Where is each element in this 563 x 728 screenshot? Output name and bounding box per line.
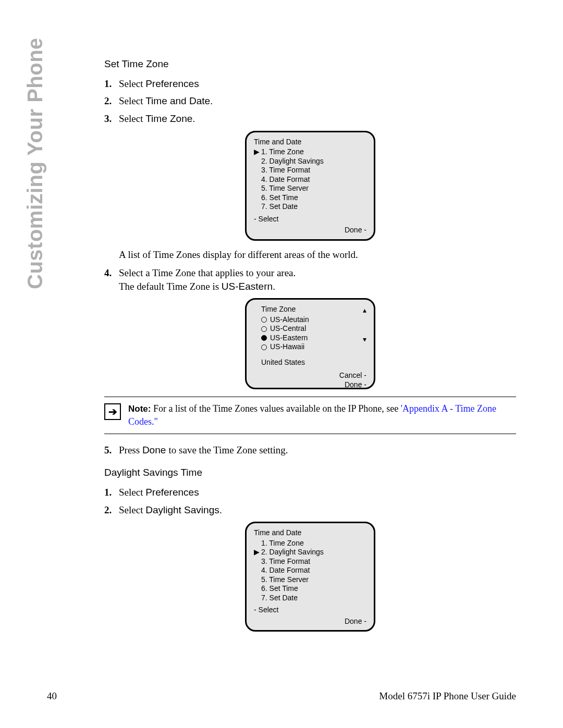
screen3-item-4: 4. Date Format	[254, 566, 366, 575]
dst-step-1-value: Preferences	[145, 487, 199, 498]
step-1-value: Preferences	[145, 78, 199, 89]
screen3-item-7-text: 7. Set Date	[261, 594, 298, 603]
guide-title: Model 6757i IP Phone User Guide	[379, 690, 516, 702]
steps-set-time-zone-cont: Select a Time Zone that applies to your …	[104, 266, 516, 293]
screen1-item-4-text: 4. Date Format	[261, 175, 310, 184]
screen3-item-1-text: 1. Time Zone	[261, 539, 304, 548]
step-5-suffix: to save the Time Zone setting.	[169, 445, 288, 455]
screen2-opt-3: US-Eastern	[261, 334, 366, 343]
screen2-done: Done -	[254, 380, 366, 390]
note-text: Note: For a list of the Time Zones value…	[128, 402, 516, 428]
screen3-item-2: ▶2. Daylight Savings	[254, 548, 366, 557]
page-content: Set Time Zone Select Preferences Select …	[104, 57, 516, 632]
step-3-value: Time Zone.	[145, 113, 195, 124]
screen3-item-5: 5. Time Server	[254, 575, 366, 585]
screen3-item-3-text: 3. Time Format	[261, 557, 310, 566]
step-5: Press Done to save the Time Zone setting…	[104, 443, 516, 457]
step-1: Select Preferences	[104, 77, 516, 91]
screen2-title: Time Zone	[261, 305, 366, 314]
step-4-line1: Select a Time Zone that applies to your …	[119, 267, 296, 278]
screen1-done: Done -	[254, 226, 366, 235]
screen3-item-6: 6. Set Time	[254, 584, 366, 594]
step-5-value: Done	[142, 445, 169, 455]
steps-daylight-savings: Select Preferences Select Daylight Savin…	[104, 486, 516, 516]
radio-filled-icon	[261, 335, 267, 341]
screen1-item-3: 3. Time Format	[254, 166, 366, 175]
step-2-value: Time and Date.	[145, 95, 213, 106]
heading-set-time-zone: Set Time Zone	[104, 57, 516, 71]
screen3-item-7: 7. Set Date	[254, 594, 366, 603]
dst-step-1: Select Preferences	[104, 486, 516, 499]
pointer-icon: ▶	[254, 548, 261, 557]
page-footer: 40 Model 6757i IP Phone User Guide	[47, 690, 516, 702]
step-1-prefix: Select	[119, 78, 145, 89]
heading-daylight-savings: Daylight Savings Time	[104, 466, 516, 479]
screen3-done: Done -	[254, 617, 366, 626]
screen3-select: - Select	[254, 606, 366, 615]
screen2-cancel: Cancel -	[254, 371, 366, 380]
screen2-region: United States	[261, 358, 366, 367]
note-body: For a list of the Time Zones values avai…	[151, 403, 400, 414]
step-3: Select Time Zone.	[104, 112, 516, 126]
phone-screen-time-and-date-2: Time and Date 1. Time Zone ▶2. Daylight …	[245, 522, 375, 632]
steps-set-time-zone: Select Preferences Select Time and Date.…	[104, 77, 516, 126]
screen1-item-1: ▶1. Time Zone	[254, 147, 366, 157]
phone-screen-time-and-date-1: Time and Date ▶1. Time Zone 2. Daylight …	[245, 131, 375, 241]
screen2-opt-1: US-Aleutain	[261, 315, 366, 325]
pointer-icon: ▶	[254, 147, 261, 157]
step-2: Select Time and Date.	[104, 94, 516, 108]
step-5-prefix: Press	[119, 445, 142, 455]
screen3-item-6-text: 6. Set Time	[261, 584, 298, 594]
screen2-opt-4: US-Hawaii	[261, 342, 366, 352]
dst-step-2: Select Daylight Savings.	[104, 503, 516, 517]
step-4-line2-value: US-Eastern.	[222, 281, 275, 292]
note-block: ➔ Note: For a list of the Time Zones val…	[104, 397, 516, 434]
screen3-item-1: 1. Time Zone	[254, 539, 366, 548]
document-page: Customizing Your Phone Set Time Zone Sel…	[0, 0, 563, 728]
screen1-item-6: 6. Set Time	[254, 193, 366, 203]
screen1-item-7: 7. Set Date	[254, 202, 366, 212]
screen1-title: Time and Date	[254, 138, 366, 147]
screen1-item-2-text: 2. Daylight Savings	[261, 157, 324, 166]
side-chapter-title: Customizing Your Phone	[23, 38, 47, 289]
scroll-down-icon: ▾	[363, 335, 366, 344]
screen2-opt-3-text: US-Eastern	[270, 334, 308, 343]
dst-step-2-value: Daylight Savings.	[145, 504, 222, 515]
step-4: Select a Time Zone that applies to your …	[104, 266, 516, 293]
screen1-item-6-text: 6. Set Time	[261, 193, 298, 203]
radio-icon	[261, 317, 267, 323]
radio-icon	[261, 326, 267, 332]
scroll-up-icon: ▴	[363, 306, 366, 315]
paragraph-after-screen1: A list of Time Zones display for differe…	[119, 248, 516, 262]
screen2-opt-1-text: US-Aleutain	[270, 315, 309, 325]
page-number: 40	[47, 690, 57, 702]
radio-icon	[261, 344, 267, 350]
screen2-opt-2-text: US-Central	[270, 324, 306, 334]
screen1-item-5-text: 5. Time Server	[261, 184, 309, 193]
screen1-select: - Select	[254, 215, 366, 224]
screen1-item-4: 4. Date Format	[254, 175, 366, 184]
dst-step-2-prefix: Select	[119, 504, 145, 515]
arrow-right-icon: ➔	[104, 403, 121, 420]
steps-set-time-zone-final: Press Done to save the Time Zone setting…	[104, 443, 516, 457]
screen1-item-2: 2. Daylight Savings	[254, 157, 366, 166]
screen2-opt-4-text: US-Hawaii	[270, 342, 304, 352]
screen3-item-4-text: 4. Date Format	[261, 566, 310, 575]
screen1-item-7-text: 7. Set Date	[261, 202, 298, 212]
step-3-prefix: Select	[119, 113, 145, 124]
dst-step-1-prefix: Select	[119, 487, 145, 498]
screen3-title: Time and Date	[254, 528, 366, 538]
screen1-item-3-text: 3. Time Format	[261, 166, 310, 175]
step-2-prefix: Select	[119, 95, 145, 106]
screen3-item-5-text: 5. Time Server	[261, 575, 309, 585]
screen3-item-2-text: 2. Daylight Savings	[261, 548, 324, 557]
step-4-line2-prefix: The default Time Zone is	[119, 281, 222, 292]
screen1-item-5: 5. Time Server	[254, 184, 366, 193]
phone-screen-time-zone: Time Zone ▴ US-Aleutain US-Central US-Ea…	[245, 298, 375, 389]
screen3-item-3: 3. Time Format	[254, 557, 366, 566]
note-label: Note:	[128, 404, 151, 414]
screen1-item-1-text: 1. Time Zone	[261, 147, 304, 157]
screen2-opt-2: US-Central	[261, 324, 366, 334]
